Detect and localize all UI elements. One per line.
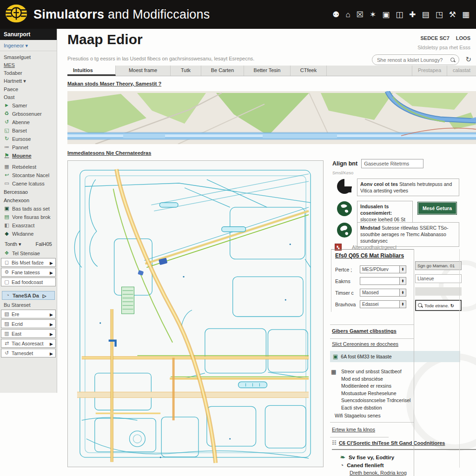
form-row-pertce: Pertce ; MES/PDluev	[335, 265, 414, 273]
chat-icon[interactable]: ☒	[357, 11, 364, 19]
register-link[interactable]: SEDCE SC7	[420, 35, 449, 41]
home-icon[interactable]: ⌂	[345, 11, 350, 19]
coordinates-link[interactable]: C6 Cl'Soretic thiTese Sft Gand Coodnitio…	[339, 440, 445, 446]
sidebar-item-bastads[interactable]: ▣Bas tads ass set	[0, 204, 57, 212]
empty-field[interactable]	[415, 287, 462, 296]
sidebar-item-mouene[interactable]: ⚑Mouene	[0, 151, 57, 159]
sidebar-item-barset[interactable]: ◱Barset	[0, 126, 57, 134]
sidebar-item-smaselguet[interactable]: Smaselguet	[0, 53, 57, 61]
sidebar-button-ecrid[interactable]: ▨Ecrid	[1, 319, 56, 328]
mail-icon[interactable]: ▤	[422, 11, 430, 19]
tools-label[interactable]: Tonth ▾	[5, 241, 21, 247]
tab-be-carten[interactable]: Be Carten	[201, 66, 244, 76]
list-item[interactable]: Suencsdoissncselse Trdncerisel	[341, 397, 414, 404]
footer-link[interactable]: Dreth benok, Rodria krog	[350, 470, 407, 476]
tab-tutk[interactable]: Tutk	[171, 66, 201, 76]
list-item[interactable]: Streor und snbsst Stactbeof	[341, 368, 414, 376]
more-link[interactable]: Ertew kme fa klnos	[332, 427, 375, 432]
brand-logo-icon[interactable]	[3, 2, 30, 27]
tab-calastat[interactable]: calastat	[447, 66, 476, 76]
map-editor-drawing	[68, 161, 323, 467]
next-action-button[interactable]: Mesé Getura	[417, 202, 457, 215]
sidebar-item-stocantse[interactable]: ↩Stocantse Nacel	[0, 171, 57, 179]
sidebar-button-eadfoodcoast[interactable]: ▢Ead foodcoast	[1, 278, 56, 286]
sidebar-item-wkdanne[interactable]: ◆Wkdanne	[0, 229, 57, 238]
spinner-icon[interactable]	[399, 301, 406, 308]
sidebar-button-ere[interactable]: ▧Ere	[1, 310, 56, 318]
refresh-icon[interactable]: ↻	[465, 55, 471, 64]
sidebar-section-anchexoon[interactable]: Anchexoon	[0, 196, 57, 204]
folder-icon[interactable]: ◳	[436, 11, 443, 19]
sidebar-button-bismset[interactable]: ◻Bis Mset fadze	[1, 258, 56, 267]
sidebar-section-bercessao[interactable]: Bercessao	[0, 187, 57, 196]
plus-icon[interactable]: ✚	[409, 11, 416, 19]
sidebar-item-retseelest[interactable]: ▦Retséelest	[0, 162, 57, 171]
bravhova-select[interactable]: Edassei	[360, 300, 406, 308]
trace-tool-button[interactable]: Tode etrane. ↻	[415, 300, 462, 311]
map-preview[interactable]	[67, 91, 476, 144]
login-link[interactable]: LOOS	[456, 35, 470, 41]
breadcrumb[interactable]: Makan stods Maser Theory, Samestit ?	[67, 81, 161, 86]
align-input[interactable]	[361, 159, 423, 168]
sign-button[interactable]: Sgn go Maman. 01	[415, 261, 462, 270]
highlighted-option[interactable]: ▣ 6A fost 6M33 te litaaste	[330, 351, 460, 362]
page-title: Maap Edior	[67, 32, 143, 47]
list-item[interactable]: Mostuastue Resheselune	[341, 390, 414, 397]
gamet-settings-link[interactable]: Gibers Gaamet clibsstings	[332, 328, 397, 334]
label-box[interactable]: Llaneue	[415, 274, 462, 283]
sidebar-item-paece[interactable]: Paece	[0, 85, 57, 93]
magnifier-icon	[417, 303, 423, 308]
sidebar-item-hartnett[interactable]: Hartnett ▾	[0, 77, 57, 85]
search-icon[interactable]	[450, 57, 456, 63]
tab-prestapea[interactable]: Prestapea	[412, 66, 447, 76]
sidebar-item-bustareset[interactable]: Bu Stareset	[0, 301, 57, 309]
spinner-icon[interactable]	[399, 266, 406, 273]
sidebar-button-fanetateess[interactable]: ⚙Fane tateess	[1, 268, 56, 277]
sidebar-item-exasrzact[interactable]: ◧Exasrzact	[0, 221, 57, 229]
sidebar-button-tiacasoresact[interactable]: ⇄Tiac Asoresact	[1, 339, 56, 348]
panel-icon[interactable]: ▣	[382, 11, 390, 19]
sidebar-item-abenne[interactable]: ↺Abenne	[0, 118, 57, 126]
sidebar-item-oast[interactable]: Oast	[0, 93, 57, 101]
tab-ctfeek[interactable]: CTfeek	[291, 66, 327, 76]
notice-bold: Mndstad	[360, 225, 380, 231]
sidebar-item-vorefisuras[interactable]: ▤Vore fisuras brok	[0, 212, 57, 221]
footer-item-2[interactable]: ◔ Caned flenlieft	[340, 462, 407, 469]
user-icon[interactable]: ⚉	[332, 11, 339, 19]
map-section-link[interactable]: Immediatesons Nje Chernateedras	[67, 150, 151, 156]
list-item[interactable]: Eacti stve dsbstion	[341, 404, 414, 412]
sidebar-link-ingeneor[interactable]: Ingeneor ▾	[0, 40, 57, 51]
chevron-right-icon	[50, 311, 53, 317]
sidebar-item-todaber[interactable]: Todaber	[0, 69, 57, 77]
eakrns-select[interactable]	[360, 277, 406, 285]
timser-select[interactable]: Maosed	[360, 289, 406, 297]
sidebar-item-telstensiae[interactable]: ❖Tel Stensiae	[0, 249, 57, 257]
sidebar-item-grbsosenuer[interactable]: ♻Grbsosenuer	[0, 109, 57, 118]
footer-label: Caned flenlieft	[347, 463, 383, 468]
pertce-select[interactable]: MES/PDluev	[360, 265, 406, 273]
window-icon[interactable]: ◫	[396, 11, 403, 19]
sidebar-item-caene[interactable]: ▭Caene lcatuss	[0, 179, 57, 187]
sidebar-button-east[interactable]: ▥East	[1, 329, 56, 338]
tools-icon[interactable]: ⚒	[449, 11, 456, 19]
list-item[interactable]: Moditienleeé er rexsins	[341, 383, 414, 390]
search-input[interactable]	[372, 54, 459, 65]
tab-better-tesin[interactable]: Better Tesin	[244, 66, 291, 76]
list-item[interactable]: Mod esd sbnsciése	[341, 376, 414, 383]
tab-intuitios[interactable]: Intuitios	[67, 66, 116, 76]
footer-item-1[interactable]: ❧ Sv fise vy, Eodtiry	[340, 454, 407, 461]
sidebar-item-mes[interactable]: MES	[0, 61, 57, 69]
star-icon[interactable]: ✶	[370, 11, 376, 19]
spinner-icon[interactable]	[399, 289, 406, 296]
map-editor-canvas[interactable]	[67, 160, 324, 467]
calendar-icon[interactable]: ▦	[462, 11, 469, 19]
tab-moest-frame[interactable]: Moest frame	[116, 66, 171, 76]
paths-label[interactable]: FalH05	[36, 241, 52, 247]
sidebar-button-tarnesdet[interactable]: ↺Tarnesdet	[1, 349, 56, 357]
sidebar-item-samer[interactable]: ►Samer	[0, 101, 57, 109]
greonines-link[interactable]: Slict Cereonines re docchees	[332, 341, 398, 347]
sidebar-item-pannet[interactable]: ≔Pannet	[0, 143, 57, 151]
spinner-icon[interactable]	[399, 278, 406, 284]
sidebar-selected-tanesa[interactable]: ◔TaneSA Da	[2, 291, 55, 300]
sidebar-item-eursose[interactable]: ↻Eursose	[0, 134, 57, 143]
